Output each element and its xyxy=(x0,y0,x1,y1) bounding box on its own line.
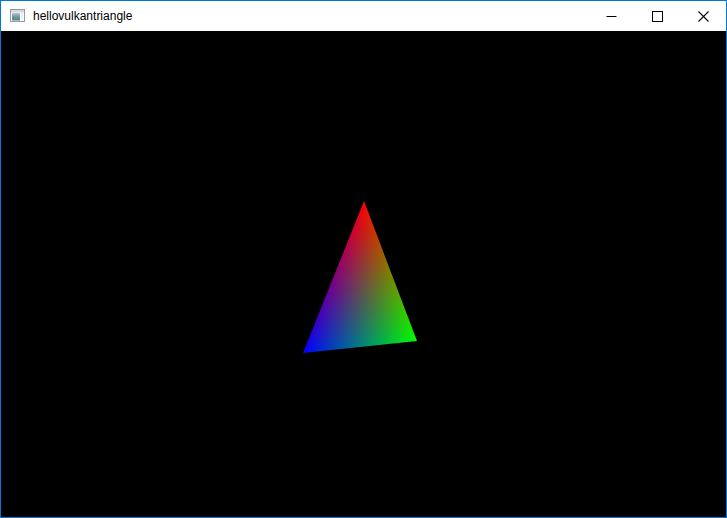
vulkan-triangle-canvas xyxy=(1,31,726,517)
titlebar[interactable]: hellovulkantriangle xyxy=(1,1,726,31)
close-icon xyxy=(698,11,709,22)
maximize-icon xyxy=(652,11,663,22)
app-window: hellovulkantriangle xyxy=(0,0,727,518)
window-title: hellovulkantriangle xyxy=(33,1,132,31)
window-controls xyxy=(588,1,726,31)
vulkan-client-area xyxy=(1,31,726,517)
minimize-button[interactable] xyxy=(588,1,634,31)
close-button[interactable] xyxy=(680,1,726,31)
maximize-button[interactable] xyxy=(634,1,680,31)
minimize-icon xyxy=(606,11,617,22)
app-window-icon[interactable] xyxy=(10,8,26,24)
